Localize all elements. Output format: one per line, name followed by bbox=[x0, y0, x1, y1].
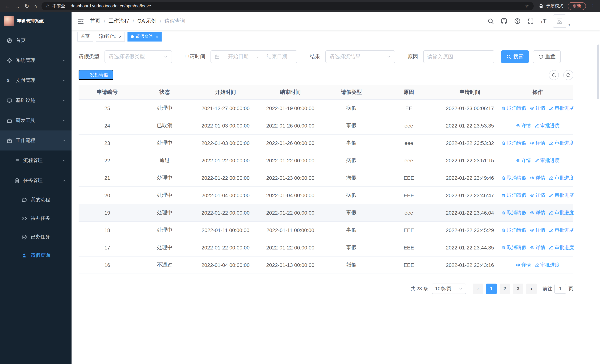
leave-type-select[interactable]: 请选择请假类型 bbox=[104, 50, 172, 63]
bookmark-star-icon[interactable]: ☆ bbox=[525, 3, 529, 9]
column-header: 原因 bbox=[380, 85, 438, 99]
cancel-leave-button[interactable]: 取消请假 bbox=[502, 105, 526, 111]
progress-button[interactable]: 审批进度 bbox=[535, 261, 560, 268]
progress-button[interactable]: 审批进度 bbox=[549, 209, 574, 216]
progress-button[interactable]: 审批进度 bbox=[535, 157, 560, 164]
sidebar-item-task-management[interactable]: 任务管理 bbox=[0, 170, 72, 191]
tab-process-detail[interactable]: 流程详情× bbox=[96, 32, 125, 41]
search-button[interactable]: 搜索 bbox=[501, 50, 529, 63]
sidebar-collapse-icon[interactable] bbox=[77, 18, 84, 25]
detail-button[interactable]: 详情 bbox=[530, 105, 545, 111]
browser-menu-icon[interactable]: ⋮ bbox=[590, 3, 596, 9]
scrollbar-thumb[interactable] bbox=[597, 45, 599, 99]
logo-row[interactable]: 芋道管理系统 bbox=[0, 12, 72, 30]
home-icon[interactable]: ⌂ bbox=[34, 3, 37, 9]
breadcrumb-item-workflow[interactable]: 工作流程 bbox=[109, 18, 129, 24]
reset-button[interactable]: 重置 bbox=[533, 50, 561, 63]
page-size-select[interactable]: 10条/页 bbox=[432, 283, 466, 294]
detail-button[interactable]: 详情 bbox=[530, 174, 545, 181]
forward-icon[interactable]: → bbox=[14, 3, 20, 9]
detail-button[interactable]: 详情 bbox=[530, 192, 545, 198]
progress-button[interactable]: 审批进度 bbox=[549, 244, 574, 251]
fullscreen-icon[interactable] bbox=[527, 18, 534, 24]
cell-reason: EEE bbox=[380, 239, 438, 256]
detail-button[interactable]: 详情 bbox=[516, 261, 531, 268]
date-range-picker[interactable]: 开始日期 - 结束日期 bbox=[210, 50, 297, 63]
eye-icon bbox=[530, 176, 534, 180]
progress-button[interactable]: 审批进度 bbox=[535, 122, 560, 129]
sidebar-item-system[interactable]: 系统管理 bbox=[0, 50, 72, 70]
detail-button[interactable]: 详情 bbox=[530, 140, 545, 146]
progress-button[interactable]: 审批进度 bbox=[549, 105, 574, 111]
progress-button[interactable]: 审批进度 bbox=[549, 174, 574, 181]
table-row: 23处理中2022-01-03 00:00:002022-01-26 00:00… bbox=[79, 134, 573, 152]
tab-home[interactable]: 首页 bbox=[77, 32, 93, 41]
sidebar-item-process-management[interactable]: 流程管理 bbox=[0, 150, 72, 170]
tab-close-icon[interactable]: × bbox=[119, 34, 122, 39]
chevron-down-icon bbox=[386, 55, 391, 59]
progress-button[interactable]: 审批进度 bbox=[549, 192, 574, 198]
toggle-search-button[interactable] bbox=[549, 70, 559, 80]
page-button-3[interactable]: 3 bbox=[513, 283, 523, 294]
tab-close-icon[interactable]: × bbox=[156, 34, 158, 39]
sidebar-item-done-tasks[interactable]: 已办任务 bbox=[0, 228, 72, 246]
progress-button[interactable]: 审批进度 bbox=[549, 227, 574, 233]
cell-start-time: 2022-01-11 00:00:00 bbox=[193, 221, 258, 239]
start-date-placeholder[interactable]: 开始日期 bbox=[222, 53, 254, 60]
breadcrumb-item-home[interactable]: 首页 bbox=[90, 18, 100, 24]
sidebar-item-home[interactable]: 首页 bbox=[0, 30, 72, 50]
url-text[interactable]: dashboard.yudao.iocoder.cn/bpm/oa/leave bbox=[71, 4, 522, 8]
pen-icon bbox=[549, 210, 553, 215]
detail-button[interactable]: 详情 bbox=[530, 244, 545, 251]
sidebar-item-leave-query[interactable]: 请假查询 bbox=[0, 246, 72, 265]
page-button-2[interactable]: 2 bbox=[500, 283, 510, 294]
help-icon[interactable] bbox=[514, 18, 521, 24]
user-menu[interactable]: ▾ bbox=[553, 14, 570, 28]
result-select[interactable]: 请选择流结果 bbox=[325, 50, 395, 63]
leave-table: 申请编号状态开始时间结束时间请假类型原因申请时间操作 25处理中2021-12-… bbox=[79, 85, 573, 274]
cancel-leave-button[interactable]: 取消请假 bbox=[502, 174, 526, 181]
cancel-leave-button[interactable]: 取消请假 bbox=[502, 244, 526, 251]
cancel-leave-button[interactable]: 取消请假 bbox=[502, 227, 526, 233]
detail-button[interactable]: 详情 bbox=[516, 157, 531, 164]
pen-icon bbox=[535, 123, 539, 128]
page-button-1[interactable]: 1 bbox=[486, 283, 497, 294]
next-page-button[interactable]: › bbox=[526, 283, 537, 294]
chevron-down-icon bbox=[163, 55, 168, 59]
back-icon[interactable]: ← bbox=[4, 3, 10, 9]
refresh-table-button[interactable] bbox=[563, 70, 573, 80]
sidebar-item-workflow[interactable]: 工作流程 bbox=[0, 131, 72, 150]
refresh-icon[interactable]: ↻ bbox=[24, 3, 29, 9]
cancel-leave-button[interactable]: 取消请假 bbox=[502, 140, 526, 146]
sidebar-item-payment[interactable]: ¥支付管理 bbox=[0, 70, 72, 90]
tab-leave-query[interactable]: 请假查询× bbox=[128, 32, 162, 41]
detail-button[interactable]: 详情 bbox=[516, 122, 531, 129]
avatar[interactable] bbox=[553, 14, 566, 28]
cancel-leave-button[interactable]: 取消请假 bbox=[502, 192, 526, 198]
security-warning-label[interactable]: 不安全 bbox=[52, 3, 65, 9]
breadcrumb-item-oa-example[interactable]: OA 示例 bbox=[138, 18, 157, 24]
create-leave-button[interactable]: 发起请假 bbox=[79, 70, 113, 80]
search-icon[interactable] bbox=[487, 18, 494, 24]
filter-result: 结果 请选择流结果 bbox=[310, 50, 395, 63]
sidebar-item-dev-tools[interactable]: 研发工具 bbox=[0, 111, 72, 131]
prev-page-button[interactable]: ‹ bbox=[473, 283, 483, 294]
sidebar-item-todo-tasks[interactable]: 待办任务 bbox=[0, 209, 72, 228]
github-icon[interactable] bbox=[500, 18, 507, 24]
table-row: 21处理中2022-01-22 00:00:002022-01-23 00:00… bbox=[79, 169, 573, 187]
update-button[interactable]: 更新 bbox=[568, 2, 586, 10]
detail-button[interactable]: 详情 bbox=[530, 227, 545, 233]
goto-page-input[interactable] bbox=[554, 284, 566, 293]
cancel-leave-button[interactable]: 取消请假 bbox=[502, 209, 526, 216]
sidebar-item-infrastructure[interactable]: 基础设施 bbox=[0, 90, 72, 111]
url-bar[interactable]: ⚠ 不安全 dashboard.yudao.iocoder.cn/bpm/oa/… bbox=[41, 2, 534, 10]
result-placeholder: 请选择流结果 bbox=[329, 53, 361, 60]
sidebar-item-my-process[interactable]: 我的流程 bbox=[0, 191, 72, 209]
total-count: 共 23 条 bbox=[411, 285, 428, 292]
cell-apply-time: 2022-01-22 23:43:16 bbox=[438, 256, 502, 274]
reason-input[interactable] bbox=[427, 54, 490, 60]
font-size-icon[interactable]: TT bbox=[541, 18, 546, 24]
progress-button[interactable]: 审批进度 bbox=[549, 140, 574, 146]
end-date-placeholder[interactable]: 结束日期 bbox=[261, 53, 293, 60]
detail-button[interactable]: 详情 bbox=[530, 209, 545, 216]
